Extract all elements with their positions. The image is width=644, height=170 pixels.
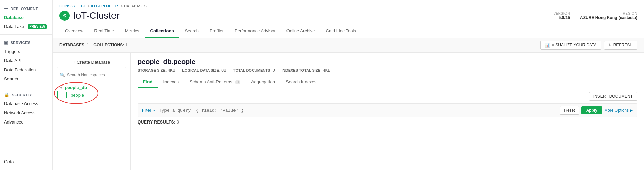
version-info: VERSION 5.0.15 <box>553 12 570 20</box>
breadcrumb-iot-projects[interactable]: IOT-PROJECTS <box>91 4 120 8</box>
sidebar-item-search[interactable]: Search <box>0 75 52 83</box>
tab-cmd-line-tools[interactable]: Cmd Line Tools <box>320 24 362 38</box>
lock-icon: 🔒 <box>4 92 10 97</box>
tab-performance-advisor[interactable]: Performance Advisor <box>229 24 281 38</box>
collection-active-bar <box>66 92 67 98</box>
divider-3 <box>0 130 52 130</box>
indexes-total-info: INDEXES TOTAL SIZE: 4KB <box>282 68 331 73</box>
insert-doc-row: INSERT DOCUMENT <box>138 92 637 101</box>
databases-label: DATABASES: <box>59 43 87 48</box>
security-section: 🔒 SECURITY <box>0 90 52 99</box>
chevron-down-icon: ▼ <box>59 86 63 89</box>
deployment-section: ☰ DEPLOYMENT <box>0 4 52 13</box>
apply-button[interactable]: Apply <box>581 106 602 114</box>
services-icon: ▣ <box>4 40 8 45</box>
collections-label: COLLECTIONS: <box>93 43 125 48</box>
divider-2 <box>0 87 52 87</box>
filter-bar: Filter ↗ Reset Apply More Options ▶ <box>138 103 637 117</box>
chevron-right-icon: ▶ <box>630 108 633 113</box>
collection-title: people_db.people <box>138 58 637 66</box>
collection-item-people[interactable]: people <box>57 91 126 99</box>
sidebar: ☰ DEPLOYMENT Database Data Lake PREVIEW … <box>0 0 53 170</box>
schema-badge: 0 <box>235 80 240 84</box>
sub-tab-schema-anti-patterns[interactable]: Schema Anti-Patterns 0 <box>184 77 246 88</box>
filter-actions: Reset Apply More Options ▶ <box>560 106 633 115</box>
query-results-label: QUERY RESULTS: <box>138 120 177 125</box>
sidebar-item-advanced[interactable]: Advanced <box>0 118 52 126</box>
cluster-title-row: ⚙ IoT-Cluster VERSION 5.0.15 REGION AZUR… <box>59 10 637 21</box>
db-name-people-db[interactable]: ▼ people_db <box>57 83 126 91</box>
logical-data-info: LOGICAL DATA SIZE: 0B <box>182 68 226 73</box>
filter-link-icon: ↗ <box>152 109 155 112</box>
tab-metrics[interactable]: Metrics <box>120 24 145 38</box>
cluster-title: ⚙ IoT-Cluster <box>59 10 120 21</box>
toolbar-buttons: 📊 VISUALIZE YOUR DATA ↻ REFRESH <box>540 41 637 50</box>
tab-real-time[interactable]: Real Time <box>89 24 120 38</box>
sub-tab-indexes[interactable]: Indexes <box>158 77 184 88</box>
tab-online-archive[interactable]: Online Archive <box>281 24 320 38</box>
toolbar: DATABASES: 1 COLLECTIONS: 1 📊 VISUALIZE … <box>53 38 644 53</box>
breadcrumb-donskytech[interactable]: DONSKYTECH <box>59 4 86 8</box>
breadcrumb: DONSKYTECH > IOT-PROJECTS > DATABASES <box>59 4 637 8</box>
sidebar-item-triggers[interactable]: Triggers <box>0 47 52 56</box>
search-icon: 🔍 <box>60 73 65 77</box>
left-panel: + Create Database 🔍 ▼ people_db people <box>53 53 131 170</box>
deployment-icon: ☰ <box>4 6 8 11</box>
sidebar-item-data-api[interactable]: Data API <box>0 56 52 65</box>
sidebar-item-data-lake[interactable]: Data Lake PREVIEW <box>0 22 52 31</box>
version-region: VERSION 5.0.15 REGION AZURE Hong Kong (e… <box>553 12 637 20</box>
refresh-icon: ↻ <box>608 43 612 48</box>
tab-profiler[interactable]: Profiler <box>204 24 229 38</box>
sidebar-item-database-access[interactable]: Database Access <box>0 99 52 108</box>
divider-1 <box>0 34 52 35</box>
db-entry-people-db: ▼ people_db people <box>57 83 126 99</box>
header: DONSKYTECH > IOT-PROJECTS > DATABASES ⚙ … <box>53 0 644 24</box>
nav-tabs: Overview Real Time Metrics Collections S… <box>53 24 644 38</box>
total-documents-info: TOTAL DOCUMENTS: 0 <box>233 68 275 73</box>
tab-overview[interactable]: Overview <box>59 24 89 38</box>
sub-tab-find[interactable]: Find <box>138 77 158 88</box>
sub-tab-search-indexes[interactable]: Search Indexes <box>280 77 322 88</box>
breadcrumb-databases: DATABASES <box>124 4 147 8</box>
create-database-button[interactable]: + Create Database <box>57 57 126 68</box>
filter-input[interactable] <box>159 108 556 113</box>
insert-document-button[interactable]: INSERT DOCUMENT <box>589 92 637 101</box>
cluster-icon: ⚙ <box>59 11 70 21</box>
main-content: DONSKYTECH > IOT-PROJECTS > DATABASES ⚙ … <box>53 0 644 170</box>
collection-meta: STORAGE SIZE: 4KB LOGICAL DATA SIZE: 0B … <box>138 68 637 73</box>
refresh-button[interactable]: ↻ REFRESH <box>604 41 637 50</box>
search-namespaces-input[interactable] <box>67 73 123 77</box>
sub-tab-aggregation[interactable]: Aggregation <box>246 77 280 88</box>
visualize-data-button[interactable]: 📊 VISUALIZE YOUR DATA <box>540 41 601 50</box>
right-panel: people_db.people STORAGE SIZE: 4KB LOGIC… <box>131 53 644 170</box>
sidebar-item-data-federation[interactable]: Data Federation <box>0 65 52 74</box>
db-tree: ▼ people_db people <box>57 83 126 99</box>
sidebar-item-goto[interactable]: Goto <box>0 157 52 166</box>
toolbar-info: DATABASES: 1 COLLECTIONS: 1 <box>59 43 127 48</box>
content-area: + Create Database 🔍 ▼ people_db people <box>53 53 644 170</box>
search-namespaces-container: 🔍 <box>57 71 126 79</box>
sidebar-item-database[interactable]: Database <box>0 13 52 22</box>
region-info: REGION AZURE Hong Kong (eastasia) <box>580 12 637 20</box>
query-results: QUERY RESULTS: 0 <box>138 120 637 125</box>
filter-label[interactable]: Filter ↗ <box>142 108 155 113</box>
tab-search[interactable]: Search <box>179 24 204 38</box>
chart-icon: 📊 <box>545 43 550 48</box>
tab-collections[interactable]: Collections <box>145 24 179 38</box>
storage-size-info: STORAGE SIZE: 4KB <box>138 68 175 73</box>
services-section: ▣ SERVICES <box>0 38 52 46</box>
more-options-button[interactable]: More Options ▶ <box>604 108 633 113</box>
sub-tabs: Find Indexes Schema Anti-Patterns 0 Aggr… <box>138 77 637 88</box>
sidebar-item-network-access[interactable]: Network Access <box>0 109 52 117</box>
reset-button[interactable]: Reset <box>560 106 579 115</box>
